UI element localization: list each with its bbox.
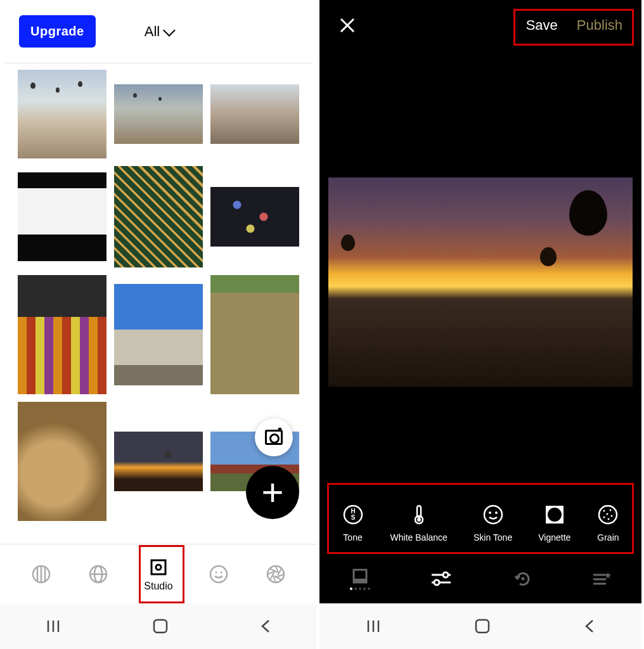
svg-point-25	[484, 506, 502, 524]
camera-fab[interactable]	[255, 418, 293, 456]
studio-icon	[148, 556, 169, 578]
svg-point-34	[611, 515, 613, 517]
stack-icon	[30, 563, 52, 585]
undo-icon	[513, 569, 532, 588]
editor-tabbar	[319, 554, 641, 603]
tab-recipes[interactable]	[592, 570, 611, 588]
tool-label: White Balance	[390, 532, 448, 543]
svg-point-10	[216, 571, 217, 573]
grain-icon	[596, 503, 619, 526]
bottom-tabbar: Studio	[0, 544, 317, 603]
tool-skin-tone[interactable]: Skin Tone	[473, 503, 512, 543]
tool-label: Vignette	[538, 532, 570, 543]
studio-header: Upgrade All	[0, 0, 317, 63]
svg-rect-38	[354, 579, 366, 582]
tool-label: Tone	[343, 532, 362, 543]
svg-point-11	[221, 571, 222, 573]
thumb[interactable]	[114, 84, 203, 144]
smile-icon	[208, 563, 229, 585]
studio-screen: Upgrade All	[0, 0, 319, 649]
svg-point-33	[607, 513, 609, 515]
tab-presets[interactable]	[350, 567, 370, 590]
back-icon[interactable]	[259, 618, 272, 634]
svg-point-31	[603, 510, 605, 512]
save-button[interactable]: Save	[526, 17, 558, 34]
tool-vignette[interactable]: Vignette	[538, 503, 570, 543]
thumb[interactable]	[210, 187, 299, 247]
add-fab[interactable]: +	[246, 466, 299, 519]
thumb[interactable]	[18, 275, 106, 394]
svg-point-8	[156, 565, 161, 570]
back-icon[interactable]	[583, 618, 596, 634]
svg-rect-50	[476, 620, 489, 633]
editor-screen: Save Publish HS Tone White Balance	[319, 0, 641, 649]
svg-point-32	[610, 510, 612, 511]
tool-label: Skin Tone	[473, 532, 512, 543]
thumb[interactable]	[210, 275, 299, 394]
thumb[interactable]	[114, 284, 203, 385]
filter-dropdown[interactable]: All	[145, 23, 172, 40]
home-icon[interactable]	[151, 617, 169, 635]
svg-point-42	[434, 580, 439, 585]
svg-point-36	[608, 518, 610, 520]
thumb[interactable]	[18, 172, 106, 261]
tool-label: Grain	[597, 532, 619, 543]
edit-tools: HS Tone White Balance Skin Tone	[328, 496, 633, 554]
thumb[interactable]	[210, 84, 299, 144]
svg-point-24	[417, 518, 421, 522]
face-icon	[482, 503, 505, 526]
tab-label: Studio	[144, 581, 172, 592]
thumb[interactable]	[114, 166, 203, 267]
svg-point-26	[489, 511, 491, 514]
svg-point-27	[495, 511, 498, 514]
tone-icon: HS	[342, 503, 364, 526]
close-icon[interactable]	[338, 16, 356, 34]
vignette-icon	[543, 503, 566, 526]
sliders-icon	[430, 570, 452, 588]
recents-icon[interactable]	[365, 618, 382, 634]
tab-discover[interactable]	[87, 563, 109, 585]
tool-grain[interactable]: Grain	[596, 503, 619, 543]
camera-icon	[265, 430, 283, 445]
recents-icon[interactable]	[45, 618, 61, 634]
svg-rect-7	[151, 560, 165, 574]
tab-settings[interactable]	[265, 563, 287, 585]
globe-icon	[87, 563, 109, 585]
svg-point-9	[210, 566, 227, 582]
svg-point-40	[443, 572, 448, 577]
thermometer-icon	[408, 503, 430, 526]
svg-rect-16	[154, 620, 167, 633]
tool-white-balance[interactable]: White Balance	[390, 503, 448, 543]
svg-text:S: S	[351, 514, 355, 521]
system-nav	[319, 603, 641, 649]
system-nav	[0, 603, 317, 649]
thumb[interactable]	[18, 70, 106, 158]
editor-canvas[interactable]	[328, 177, 633, 387]
shutter-icon	[265, 563, 287, 585]
tab-adjust[interactable]	[430, 570, 452, 588]
thumb[interactable]	[18, 402, 106, 521]
save-publish-group: Save Publish	[526, 17, 622, 34]
chevron-down-icon	[163, 23, 176, 36]
publish-button[interactable]: Publish	[577, 17, 622, 34]
tab-history[interactable]	[513, 569, 532, 588]
svg-point-35	[603, 517, 605, 518]
svg-point-12	[267, 566, 284, 582]
tab-feed[interactable]	[30, 563, 52, 585]
thumb[interactable]	[114, 432, 203, 491]
home-icon[interactable]	[473, 617, 491, 635]
tab-studio[interactable]: Studio	[144, 556, 172, 592]
svg-point-43	[521, 577, 524, 581]
tool-tone[interactable]: HS Tone	[342, 503, 364, 543]
editor-header: Save Publish	[319, 0, 641, 51]
upgrade-button[interactable]: Upgrade	[19, 15, 96, 48]
filter-label: All	[145, 23, 160, 40]
svg-point-29	[548, 508, 562, 522]
recipe-icon	[592, 570, 611, 588]
tab-profile[interactable]	[208, 563, 229, 585]
